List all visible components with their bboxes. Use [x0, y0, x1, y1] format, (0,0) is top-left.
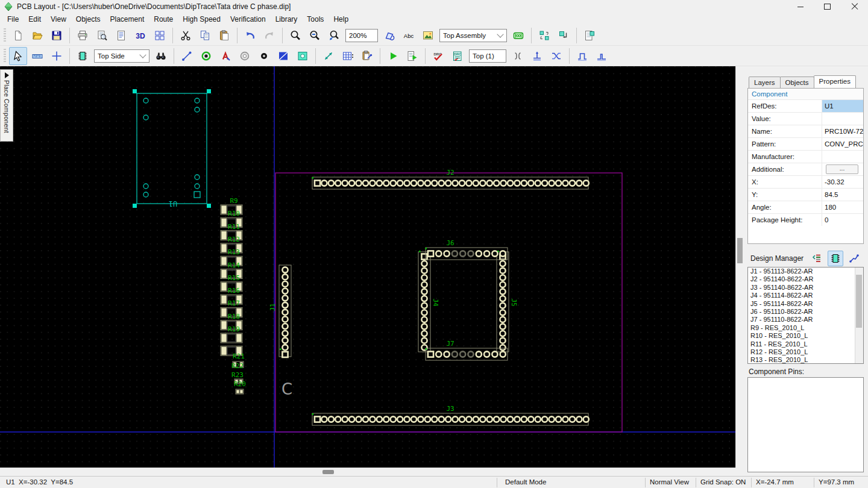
design-manager-item[interactable]: R12 - RES_2010_L	[748, 348, 863, 356]
silkscreen-text[interactable]: C	[281, 380, 292, 398]
design-manager-item[interactable]: R13 - RES_2010_L	[748, 356, 863, 364]
menu-tools[interactable]: Tools	[302, 14, 329, 25]
place-text-button[interactable]: Abc	[400, 27, 418, 45]
dm-filter-button[interactable]	[809, 251, 825, 266]
paste-button[interactable]	[215, 27, 233, 45]
property-value-y[interactable]: 84.5	[822, 189, 863, 201]
place-via-button[interactable]	[197, 47, 215, 65]
menu-help[interactable]: Help	[329, 14, 353, 25]
save-button[interactable]	[48, 27, 66, 45]
property-value-packageheight[interactable]: 0	[822, 214, 863, 226]
tab-properties[interactable]: Properties	[814, 75, 856, 88]
run-autorouter-button[interactable]	[384, 47, 402, 65]
design-manager-item[interactable]: R11 - RES_2010_L	[748, 340, 863, 348]
net-crossing-button[interactable]	[547, 47, 565, 65]
zoom-window-button[interactable]	[325, 27, 343, 45]
view-3d-button[interactable]: 3D	[131, 27, 149, 45]
design-manager-item[interactable]: J5 - 951114-8622-AR	[748, 300, 863, 308]
route-trace-button[interactable]	[178, 47, 196, 65]
find-component-button[interactable]	[152, 47, 170, 65]
place-picture-button[interactable]	[419, 27, 437, 45]
zoom-level-combo[interactable]: 200%	[345, 29, 378, 42]
canvas-horizontal-scrollbar[interactable]	[0, 468, 735, 476]
tile-windows-button[interactable]	[151, 27, 169, 45]
menu-verification[interactable]: Verification	[225, 14, 271, 25]
net-length-button[interactable]	[528, 47, 546, 65]
menu-objects[interactable]: Objects	[71, 14, 105, 25]
differential-pair-button[interactable]	[509, 47, 527, 65]
side-combo[interactable]: Top Side	[94, 49, 149, 63]
property-value-name[interactable]: PRC10W-72	[822, 125, 863, 137]
dimension-button[interactable]	[509, 27, 527, 45]
additional-button[interactable]: ...	[826, 164, 858, 174]
dm-components-button[interactable]	[828, 251, 843, 266]
place-origin-button[interactable]	[48, 47, 66, 65]
property-value-additional[interactable]: ...	[822, 163, 863, 175]
property-value-manufacturer[interactable]	[822, 151, 863, 163]
design-manager-item[interactable]: J4 - 951114-8622-AR	[748, 292, 863, 299]
drc-report-button[interactable]: DRC	[448, 47, 467, 65]
toolbar-grip[interactable]	[4, 49, 6, 63]
run-script-button[interactable]	[403, 47, 421, 65]
design-manager-item[interactable]: J7 - 951110-8622-AR	[748, 316, 863, 324]
copper-pour-button[interactable]	[274, 47, 292, 65]
design-manager-item[interactable]: J1 - 951113-8622-AR	[748, 267, 863, 275]
print-preview-button[interactable]	[93, 27, 111, 45]
sheet-setup-button[interactable]	[112, 27, 130, 45]
select-tool-button[interactable]	[9, 47, 27, 65]
design-manager-scroll-thumb[interactable]	[856, 275, 862, 328]
tab-layers[interactable]: Layers	[749, 77, 781, 88]
design-manager-item[interactable]: R10 - RES_2010_L	[748, 332, 863, 340]
undo-button[interactable]	[241, 27, 259, 45]
signal-layer-combo[interactable]: Top (1)	[469, 49, 506, 63]
design-manager-item[interactable]: J3 - 951140-8622-AR	[748, 284, 863, 292]
pulse-narrow-button[interactable]	[593, 47, 611, 65]
back-annotate-button[interactable]	[555, 27, 573, 45]
zoom-mode-button[interactable]	[286, 27, 304, 45]
menu-high-speed[interactable]: High Speed	[178, 14, 225, 25]
menu-placement[interactable]: Placement	[105, 14, 149, 25]
property-value-x[interactable]: -30.32	[822, 176, 863, 188]
toolbar-grip[interactable]	[4, 28, 6, 43]
place-component-tab[interactable]: Place Component	[0, 69, 13, 142]
place-component-button[interactable]	[74, 47, 92, 65]
menu-route[interactable]: Route	[149, 14, 178, 25]
zoom-out-button[interactable]	[306, 27, 324, 45]
board-points-button[interactable]	[380, 27, 398, 45]
place-hole-button[interactable]	[255, 47, 273, 65]
update-structure-button[interactable]	[535, 27, 553, 45]
open-button[interactable]	[28, 27, 46, 45]
redo-button[interactable]	[260, 27, 278, 45]
dm-nets-button[interactable]	[846, 251, 862, 266]
design-manager-item[interactable]: J2 - 951140-8622-AR	[748, 275, 863, 283]
property-value-value[interactable]	[822, 113, 863, 125]
menu-library[interactable]: Library	[271, 14, 303, 25]
horizontal-scroll-thumb[interactable]	[322, 470, 334, 474]
route-tool-button[interactable]	[216, 47, 234, 65]
maximize-button[interactable]	[814, 0, 841, 13]
paste-route-button[interactable]	[358, 47, 376, 65]
menu-file[interactable]: File	[2, 14, 24, 25]
assembly-layer-combo[interactable]: Top Assembly	[439, 29, 507, 42]
drc-check-button[interactable]: DRC	[429, 47, 447, 65]
property-value-refdes[interactable]: U1	[822, 100, 863, 112]
copy-button[interactable]	[196, 27, 214, 45]
canvas-vertical-scrollbar[interactable]	[735, 66, 743, 468]
property-value-pattern[interactable]: CONV_PRC	[822, 138, 863, 150]
new-document-button[interactable]	[9, 27, 27, 45]
cut-button[interactable]	[177, 27, 195, 45]
board-cutout-button[interactable]	[294, 47, 312, 65]
design-manager-scrollbar[interactable]	[855, 267, 863, 363]
vertical-scroll-thumb[interactable]	[737, 238, 743, 263]
measure-distance-button[interactable]	[319, 47, 338, 65]
tab-objects[interactable]: Objects	[780, 77, 814, 88]
property-value-angle[interactable]: 180	[822, 201, 863, 213]
measure-tool-button[interactable]	[28, 47, 46, 65]
pcb-canvas[interactable]: J2J3J1J4J5J6J7R9R10R11R12R13R14R15R16R17…	[0, 66, 735, 468]
minimize-button[interactable]	[787, 0, 814, 13]
place-pad-button[interactable]	[236, 47, 254, 65]
print-button[interactable]	[74, 27, 92, 45]
close-button[interactable]	[841, 0, 868, 13]
pin-table-button[interactable]	[339, 47, 357, 65]
menu-edit[interactable]: Edit	[24, 14, 46, 25]
